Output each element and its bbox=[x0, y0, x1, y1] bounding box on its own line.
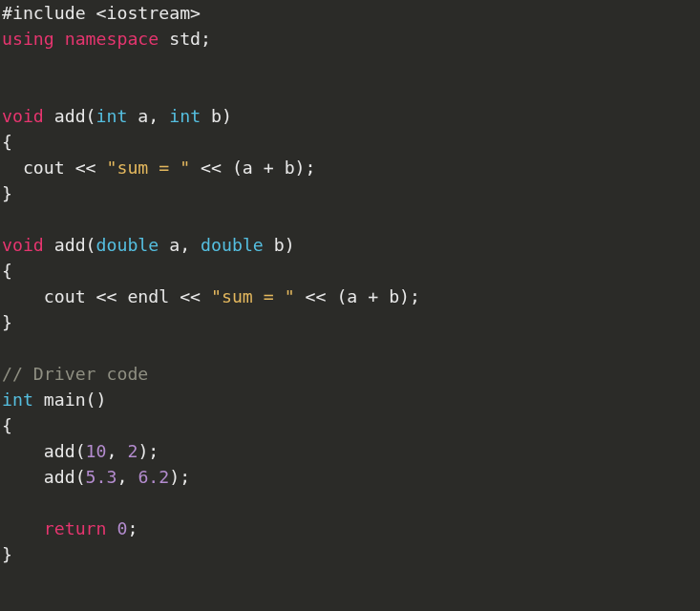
code-block: #include <iostream> using namespace std;… bbox=[0, 0, 700, 567]
code-line: } bbox=[2, 312, 12, 332]
code-line: using namespace std; bbox=[2, 29, 211, 49]
code-token: ; bbox=[127, 518, 138, 538]
code-token: { bbox=[2, 132, 12, 152]
code-line: { bbox=[2, 415, 12, 435]
code-token: void bbox=[2, 106, 44, 126]
code-token bbox=[107, 518, 117, 538]
code-line: int main() bbox=[2, 390, 107, 410]
code-token: void bbox=[2, 235, 44, 255]
code-token: 10 bbox=[86, 441, 107, 461]
code-token: std; bbox=[159, 29, 211, 49]
code-token: add( bbox=[2, 441, 86, 461]
code-token: "sum = " bbox=[107, 158, 191, 178]
code-token: #include <iostream> bbox=[2, 3, 201, 23]
code-line: add(5.3, 6.2); bbox=[2, 467, 190, 487]
code-line: void add(double a, double b) bbox=[2, 235, 295, 255]
code-line: cout << "sum = " << (a + b); bbox=[2, 158, 316, 178]
code-line: void add(int a, int b) bbox=[2, 106, 232, 126]
code-token: namespace bbox=[65, 29, 159, 49]
code-token: double bbox=[96, 235, 159, 255]
code-token: b) bbox=[201, 106, 232, 126]
code-token: cout << bbox=[2, 158, 107, 178]
code-line: { bbox=[2, 132, 12, 152]
code-line: } bbox=[2, 544, 12, 564]
code-token: , bbox=[107, 441, 128, 461]
code-token: int bbox=[169, 106, 201, 126]
code-token: } bbox=[2, 312, 12, 332]
code-line: add(10, 2); bbox=[2, 441, 159, 461]
code-token: a, bbox=[127, 106, 169, 126]
code-token: , bbox=[117, 467, 138, 487]
code-token: << (a + b); bbox=[190, 158, 315, 178]
code-line: return 0; bbox=[2, 518, 138, 538]
code-token: 2 bbox=[127, 441, 138, 461]
code-line: #include <iostream> bbox=[2, 3, 201, 23]
code-token bbox=[2, 518, 44, 538]
code-line: // Driver code bbox=[2, 364, 148, 384]
code-token: 5.3 bbox=[86, 467, 117, 487]
code-token: ); bbox=[169, 467, 190, 487]
code-token: 0 bbox=[117, 518, 127, 538]
code-line: { bbox=[2, 261, 12, 281]
code-token: cout << endl << bbox=[2, 286, 211, 306]
code-token: return bbox=[44, 518, 107, 538]
code-token: } bbox=[2, 544, 12, 564]
code-token: "sum = " bbox=[211, 286, 295, 306]
code-line: cout << endl << "sum = " << (a + b); bbox=[2, 286, 420, 306]
code-token: using bbox=[2, 29, 54, 49]
code-token: add( bbox=[2, 467, 86, 487]
code-token: << (a + b); bbox=[295, 286, 420, 306]
code-token: { bbox=[2, 261, 12, 281]
code-token: a, bbox=[159, 235, 201, 255]
code-token: int bbox=[2, 390, 33, 410]
code-token: ); bbox=[138, 441, 159, 461]
code-token: } bbox=[2, 183, 12, 203]
code-line: } bbox=[2, 183, 12, 203]
code-token: double bbox=[201, 235, 264, 255]
code-token: main() bbox=[33, 390, 107, 410]
code-token: b) bbox=[264, 235, 295, 255]
code-token bbox=[54, 29, 65, 49]
code-token: add( bbox=[44, 235, 96, 255]
code-token: // Driver code bbox=[2, 364, 148, 384]
code-token: 6.2 bbox=[138, 467, 169, 487]
code-token: int bbox=[96, 106, 128, 126]
code-token: add( bbox=[44, 106, 96, 126]
code-token: { bbox=[2, 415, 12, 435]
